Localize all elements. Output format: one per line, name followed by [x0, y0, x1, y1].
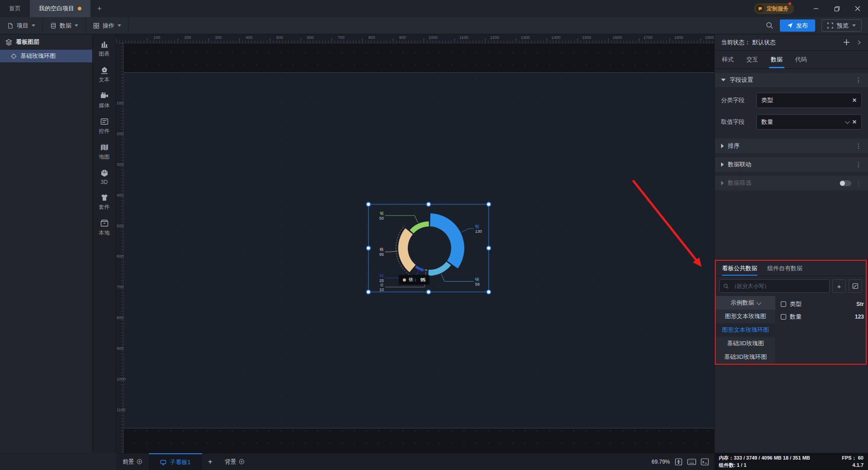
dataset-search-box[interactable] — [719, 279, 830, 293]
data-panel-tabs: 看板公共数据 组件自有数据 — [716, 261, 866, 276]
dataset-item[interactable]: 基础3D玫瑰环图 — [716, 350, 775, 364]
window-tab-project[interactable]: 我的空白项目 — [30, 0, 90, 17]
preview-button[interactable]: 预览 — [821, 19, 862, 32]
tab-interaction[interactable]: 交互 — [746, 51, 758, 68]
resize-handle[interactable] — [487, 290, 491, 294]
subboard-tab[interactable]: 子看板1 — [149, 453, 202, 470]
dataset-item[interactable]: 基础3D玫瑰图 — [716, 337, 775, 350]
tool-3d[interactable]: 3D — [100, 169, 109, 185]
layer-item-rose-ring[interactable]: 基础玫瑰环图 — [0, 50, 92, 62]
slice-锡[interactable] — [428, 262, 451, 276]
tool-controls[interactable]: 控件 — [99, 117, 110, 135]
publish-button[interactable]: 发布 — [780, 19, 815, 32]
menu-project[interactable]: 项目 — [0, 17, 43, 34]
resize-handle[interactable] — [367, 246, 371, 250]
section-data-filter[interactable]: 数据筛选 ⋮ — [715, 176, 868, 190]
kebab-menu-icon[interactable]: ⋮ — [855, 142, 862, 150]
kebab-menu-icon[interactable]: ⋮ — [855, 76, 862, 84]
ruler-label: 800 — [117, 315, 123, 320]
section-field-settings[interactable]: 字段设置 ⋮ — [715, 73, 868, 87]
ruler-label: 100 — [153, 35, 160, 40]
ruler-label: 1900 — [705, 35, 714, 40]
state-row: 当前状态： 默认状态 — [715, 34, 868, 51]
tool-charts[interactable]: 图表 — [99, 40, 110, 58]
tool-media[interactable]: 媒体 — [99, 91, 110, 109]
slice-锌[interactable] — [415, 266, 424, 272]
selected-chart-component[interactable]: 铝130锡58银50铁95锌25金10 铁： 95 — [367, 202, 490, 294]
checkbox-icon[interactable] — [781, 314, 786, 320]
checkbox-icon[interactable] — [781, 301, 786, 307]
category-field-input[interactable]: 类型 ✕ — [756, 93, 862, 108]
keyboard-icon[interactable] — [687, 458, 696, 465]
clear-icon[interactable]: ✕ — [852, 97, 857, 103]
add-subboard-button[interactable]: + — [202, 453, 218, 470]
horizontal-ruler: 1002003004005006007008009001000110012001… — [116, 34, 714, 43]
chevron-right-icon[interactable] — [856, 40, 862, 45]
kebab-menu-icon[interactable]: ⋮ — [855, 161, 862, 168]
foreground-button[interactable]: 前景 — [116, 453, 149, 470]
tab-style[interactable]: 样式 — [722, 51, 734, 68]
menu-actions[interactable]: 操作 — [86, 17, 129, 34]
layers-panel-header: 看板图层 — [0, 34, 92, 50]
add-dataset-button[interactable]: + — [832, 279, 846, 293]
tool-kits[interactable]: 套件 — [99, 193, 110, 211]
menu-data[interactable]: 数据 — [43, 17, 86, 34]
cube-icon — [100, 169, 109, 178]
search-icon[interactable] — [766, 22, 774, 29]
slice-银[interactable] — [410, 221, 429, 234]
resize-handle[interactable] — [427, 202, 431, 207]
ruler-label: 300 — [117, 162, 123, 167]
unsaved-dot-icon — [78, 7, 81, 10]
tool-local[interactable]: 本地 — [99, 219, 110, 237]
resize-handle[interactable] — [487, 202, 491, 207]
window-tab-home[interactable]: 首页 — [0, 0, 30, 17]
value-field-select[interactable]: 数量 ✕ — [756, 114, 862, 130]
tab-board-shared-data[interactable]: 看板公共数据 — [722, 261, 757, 276]
new-tab-button[interactable]: + — [90, 0, 108, 17]
tab-data[interactable]: 数据 — [771, 51, 783, 68]
minimize-button[interactable] — [806, 6, 826, 11]
slice-铝[interactable] — [430, 213, 464, 268]
slice-铁[interactable] — [398, 228, 416, 272]
clear-icon[interactable]: ✕ — [852, 119, 857, 125]
dataset-list: 示例数据 图形文本玫瑰图 图形文本玫瑰环图 基础3D玫瑰图 基础3D玫瑰环图 — [716, 296, 775, 364]
section-sort[interactable]: 排序 ⋮ — [715, 139, 868, 153]
slice-label-value: 58 — [475, 282, 480, 287]
close-button[interactable] — [847, 6, 868, 11]
titlebar: 首页 我的空白项目 + 定制服务 — [0, 0, 868, 17]
slice-金[interactable] — [425, 269, 427, 271]
resize-handle[interactable] — [367, 202, 371, 207]
maximize-button[interactable] — [826, 6, 847, 12]
custom-service-badge[interactable]: 定制服务 — [754, 3, 794, 14]
dataset-item-selected[interactable]: 图形文本玫瑰环图 — [716, 323, 775, 337]
resize-handle[interactable] — [487, 246, 491, 250]
tool-map[interactable]: 地图 — [99, 143, 110, 161]
section-data-linkage[interactable]: 数据联动 ⋮ — [715, 157, 868, 172]
design-canvas[interactable]: 1002003004005006007008009001000110012001… — [116, 34, 714, 453]
slice-label-name: 铝 — [475, 224, 479, 229]
dataset-search-input[interactable] — [731, 283, 826, 289]
slice-label-name: 金 — [380, 282, 384, 287]
ruler-label: 900 — [117, 346, 123, 351]
field-row-quantity: 数量 123 — [781, 310, 864, 323]
video-camera-icon — [100, 91, 109, 100]
kebab-menu-icon[interactable]: ⋮ — [855, 179, 862, 187]
ruler-label: 200 — [184, 35, 191, 40]
background-button[interactable]: 背景 — [218, 453, 251, 470]
zoom-level[interactable]: 69.79% — [651, 459, 670, 465]
resize-handle[interactable] — [367, 290, 371, 294]
tab-component-own-data[interactable]: 组件自有数据 — [767, 261, 802, 276]
tool-text[interactable]: 文本 — [99, 66, 110, 84]
label-line — [462, 229, 474, 232]
data-panel: 看板公共数据 组件自有数据 + 示例数据 图形文本玫瑰图 图形文本玫瑰环图 基础… — [715, 260, 867, 365]
terminal-icon[interactable] — [701, 458, 709, 465]
add-state-icon[interactable] — [843, 39, 850, 46]
tab-code[interactable]: 代码 — [795, 51, 807, 68]
edit-dataset-button[interactable] — [849, 279, 862, 293]
fit-view-icon[interactable] — [675, 458, 683, 466]
dataset-item[interactable]: 图形文本玫瑰图 — [716, 310, 775, 323]
vertical-ruler: 10020030040050060070080090010001100 — [116, 43, 124, 453]
dataset-source-select[interactable]: 示例数据 — [716, 296, 775, 310]
resize-handle[interactable] — [427, 290, 431, 294]
filter-toggle-off[interactable] — [840, 180, 851, 186]
